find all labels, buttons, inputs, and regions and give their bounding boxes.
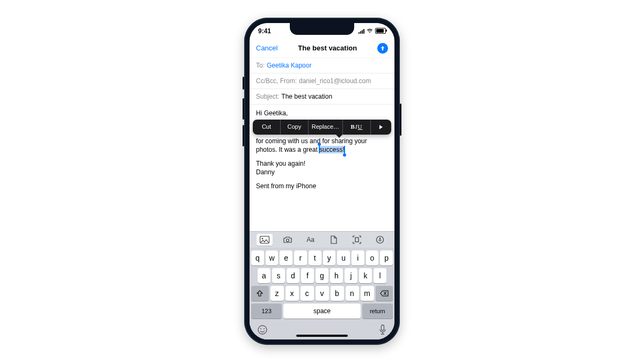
svg-point-1: [261, 238, 263, 239]
svg-point-2: [286, 239, 289, 241]
keyboard: Aa q w e: [250, 231, 394, 339]
side-button: [243, 77, 244, 90]
toolbar-document-icon[interactable]: [326, 234, 342, 246]
key-i[interactable]: i: [352, 250, 364, 265]
key-u[interactable]: u: [337, 250, 350, 265]
key-q[interactable]: q: [251, 250, 264, 265]
keyboard-row-1: q w e r t y u i o p: [251, 250, 393, 265]
key-h[interactable]: h: [330, 268, 343, 283]
ccbcc-field[interactable]: Cc/Bcc, From: daniel_rico1@icloud.com: [250, 73, 394, 89]
key-e[interactable]: e: [280, 250, 292, 265]
toolbar-format-icon[interactable]: Aa: [303, 234, 319, 246]
key-return[interactable]: return: [362, 304, 393, 319]
key-f[interactable]: f: [301, 268, 314, 283]
body-line-2: for coming with us and for sharing your …: [256, 137, 388, 154]
key-delete[interactable]: [376, 286, 393, 301]
body-sent-from: Sent from my iPhone: [256, 182, 388, 190]
keyboard-row-3: z x c v b n m: [251, 286, 393, 301]
key-l[interactable]: l: [374, 268, 386, 283]
key-a[interactable]: a: [258, 268, 270, 283]
microphone-icon: [378, 324, 387, 335]
home-indicator[interactable]: [296, 335, 348, 337]
volume-down-button: [243, 125, 244, 146]
cancel-button[interactable]: Cancel: [256, 44, 277, 52]
toolbar-markup-icon[interactable]: [372, 234, 388, 246]
toolbar-camera-icon[interactable]: [280, 234, 296, 246]
key-j[interactable]: j: [345, 268, 357, 283]
subject-field[interactable]: Subject: The best vacation: [250, 89, 394, 105]
key-s[interactable]: s: [272, 268, 285, 283]
cellular-signal-icon: [358, 28, 364, 34]
text-selection[interactable]: success!: [319, 146, 345, 153]
shift-icon: [256, 290, 264, 297]
status-time: 9:41: [258, 27, 285, 35]
dictation-button[interactable]: [378, 324, 387, 335]
menu-cut[interactable]: Cut: [253, 120, 281, 135]
send-button[interactable]: [377, 43, 388, 54]
delete-icon: [380, 290, 389, 297]
key-g[interactable]: g: [316, 268, 328, 283]
key-o[interactable]: o: [366, 250, 379, 265]
key-z[interactable]: z: [270, 286, 284, 301]
keyboard-toolbar: Aa: [250, 232, 394, 248]
key-w[interactable]: w: [266, 250, 279, 265]
compose-title: The best vacation: [281, 44, 374, 52]
power-button: [400, 104, 401, 136]
keyboard-row-2: a s d f g h j k l: [251, 268, 393, 283]
key-n[interactable]: n: [346, 286, 359, 301]
svg-rect-3: [355, 238, 358, 242]
body-thanks: Thank you again! Danny: [256, 159, 388, 176]
key-t[interactable]: t: [309, 250, 321, 265]
screen: 9:41 Cancel The best vacation: [250, 23, 394, 339]
svg-point-7: [264, 328, 265, 329]
svg-point-6: [260, 328, 261, 329]
subject-label: Subject:: [256, 93, 279, 100]
battery-icon: [375, 28, 386, 34]
emoji-icon: [257, 324, 268, 335]
to-label: To:: [256, 62, 265, 69]
key-shift[interactable]: [251, 286, 269, 301]
triangle-right-icon: [379, 124, 383, 130]
toolbar-photos-icon[interactable]: [257, 234, 273, 246]
arrow-up-icon: [379, 45, 386, 51]
emoji-button[interactable]: [257, 324, 268, 335]
key-b[interactable]: b: [331, 286, 344, 301]
compose-fields: To: Geetika Kapoor Cc/Bcc, From: daniel_…: [250, 58, 394, 105]
compose-header: Cancel The best vacation: [250, 39, 394, 58]
key-y[interactable]: y: [323, 250, 336, 265]
svg-rect-8: [382, 325, 384, 330]
key-c[interactable]: c: [301, 286, 314, 301]
key-v[interactable]: v: [316, 286, 329, 301]
message-body[interactable]: Hi Geetika, Cut Copy Replace… BIU for co…: [250, 105, 394, 231]
key-space[interactable]: space: [283, 304, 360, 319]
keyboard-bottom-bar: [250, 322, 394, 339]
key-123[interactable]: 123: [251, 304, 282, 319]
keyboard-row-4: 123 space return: [251, 304, 393, 319]
menu-format-biu[interactable]: BIU: [343, 120, 371, 135]
key-r[interactable]: r: [294, 250, 307, 265]
key-p[interactable]: p: [380, 250, 393, 265]
menu-more[interactable]: [371, 120, 391, 135]
subject-value: The best vacation: [281, 93, 332, 100]
key-k[interactable]: k: [359, 268, 372, 283]
volume-up-button: [243, 98, 244, 120]
key-x[interactable]: x: [286, 286, 299, 301]
wifi-icon: [367, 28, 373, 33]
menu-replace[interactable]: Replace…: [309, 120, 343, 135]
key-m[interactable]: m: [361, 286, 374, 301]
notch: [290, 23, 354, 35]
ccbcc-value: daniel_rico1@icloud.com: [299, 77, 371, 85]
iphone-frame: 9:41 Cancel The best vacation: [244, 18, 400, 345]
svg-point-5: [258, 326, 267, 334]
ccbcc-label: Cc/Bcc, From:: [256, 77, 297, 85]
text-edit-menu: Cut Copy Replace… BIU: [253, 120, 391, 135]
to-field[interactable]: To: Geetika Kapoor: [250, 58, 394, 73]
toolbar-scan-icon[interactable]: [349, 234, 365, 246]
key-d[interactable]: d: [287, 268, 299, 283]
menu-copy[interactable]: Copy: [281, 120, 309, 135]
body-greeting: Hi Geetika,: [256, 109, 388, 117]
to-value: Geetika Kapoor: [267, 62, 311, 69]
